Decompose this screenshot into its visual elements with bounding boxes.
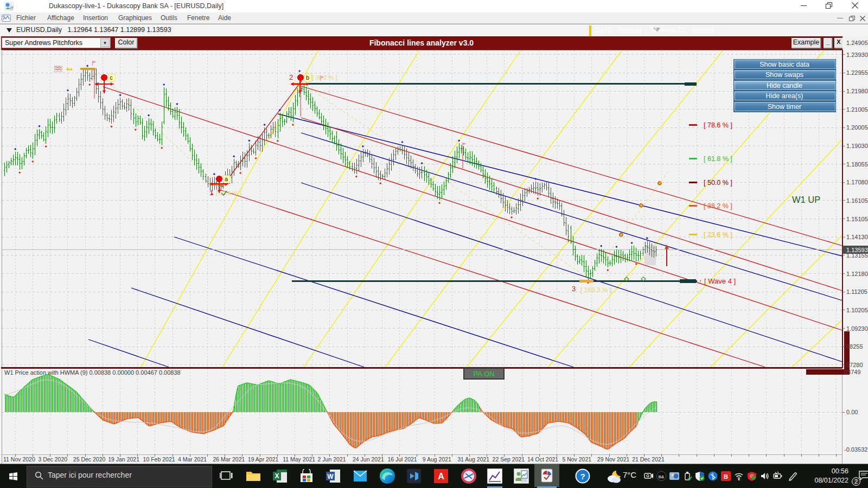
svg-text:PA ON: PA ON <box>474 370 495 378</box>
svg-text:22 Sep 2021: 22 Sep 2021 <box>493 456 525 463</box>
svg-text:1.13593: 1.13593 <box>846 247 868 253</box>
svg-text:1.22955: 1.22955 <box>846 69 868 76</box>
svg-text:1.23930: 1.23930 <box>846 52 868 58</box>
svg-text:X: X <box>275 472 279 480</box>
svg-text:B: B <box>724 473 728 480</box>
svg-text:1.18055: 1.18055 <box>846 161 868 168</box>
svg-text:[ 23.6 % ]: [ 23.6 % ] <box>704 231 732 239</box>
svg-text:[ 61.8 % ]: [ 61.8 % ] <box>216 190 241 196</box>
svg-text:0.00: 0.00 <box>846 409 858 415</box>
svg-text:1.19030: 1.19030 <box>846 143 868 149</box>
svg-text:2: 2 <box>289 73 293 81</box>
svg-text:19 Jan 2021: 19 Jan 2021 <box>108 456 139 463</box>
svg-text:b: b <box>306 74 309 81</box>
svg-text:5 Nov 2021: 5 Nov 2021 <box>562 456 591 463</box>
svg-text:24 Jun 2021: 24 Jun 2021 <box>353 456 384 463</box>
svg-text:1.17080: 1.17080 <box>846 179 868 185</box>
svg-text:25 Dec 2020: 25 Dec 2020 <box>73 456 106 463</box>
svg-text:Show basic data: Show basic data <box>760 61 809 68</box>
svg-text:↑ [ Wave 4 ]: ↑ [ Wave 4 ] <box>699 277 736 285</box>
svg-text:3 Dec 2020: 3 Dec 2020 <box>38 456 67 463</box>
svg-text:[ 169.3 % ]: [ 169.3 % ] <box>580 286 611 294</box>
svg-text:c: c <box>110 74 113 81</box>
svg-text:B&: B& <box>659 474 665 479</box>
svg-text:3: 3 <box>572 285 576 293</box>
svg-text:1.12180: 1.12180 <box>846 271 868 277</box>
svg-text:W1 UP: W1 UP <box>792 195 820 204</box>
svg-text:Show timer: Show timer <box>768 103 802 111</box>
svg-text:1.15105: 1.15105 <box>846 216 868 222</box>
svg-text:2 Jun 2021: 2 Jun 2021 <box>318 456 346 463</box>
svg-text:07280: 07280 <box>846 362 863 368</box>
svg-text:1: 1 <box>209 189 213 197</box>
svg-text:[ 38.2 % ]: [ 38.2 % ] <box>704 202 732 210</box>
svg-text:[ 78.6 % ]: [ 78.6 % ] <box>704 121 732 129</box>
svg-text:4 Mar 2021: 4 Mar 2021 <box>178 456 207 463</box>
svg-text:Hide area(s): Hide area(s) <box>766 92 803 100</box>
svg-text:1.21980: 1.21980 <box>846 88 868 94</box>
svg-text:Show swaps: Show swaps <box>765 71 803 79</box>
svg-text:1.21005: 1.21005 <box>846 106 868 113</box>
svg-text:?: ? <box>580 472 585 481</box>
svg-text:W1 Price action with HWMA (9): W1 Price action with HWMA (9) 0.00838 0.… <box>4 369 181 376</box>
svg-text:a: a <box>225 176 228 182</box>
svg-text:[ 61.8 % ]: [ 61.8 % ] <box>704 155 732 163</box>
svg-text:14 Oct 2021: 14 Oct 2021 <box>527 456 558 463</box>
svg-text:11 May 2021: 11 May 2021 <box>283 456 315 463</box>
svg-text:Hide candle: Hide candle <box>767 82 802 89</box>
svg-text:1.09230: 1.09230 <box>846 325 868 332</box>
svg-text:9 Aug 2021: 9 Aug 2021 <box>423 456 451 463</box>
svg-text:[ 50.0 % ]: [ 50.0 % ] <box>704 179 732 187</box>
svg-text:-0.03532: -0.03532 <box>844 446 867 453</box>
svg-text:29 Nov 2021: 29 Nov 2021 <box>597 456 630 463</box>
svg-text:W: W <box>327 473 334 480</box>
svg-text:1.20005: 1.20005 <box>846 124 868 131</box>
svg-text:1.11205: 1.11205 <box>846 288 867 295</box>
svg-text:1.14130: 1.14130 <box>846 234 868 240</box>
svg-text:08255: 08255 <box>846 343 863 350</box>
svg-text:03749: 03749 <box>844 369 861 375</box>
svg-text:16 Jul 2021: 16 Jul 2021 <box>387 456 417 463</box>
svg-text:31 Aug 2021: 31 Aug 2021 <box>457 456 489 463</box>
svg-text:26 Mar 2021: 26 Mar 2021 <box>213 456 245 463</box>
svg-text:10 Feb 2021: 10 Feb 2021 <box>143 456 175 463</box>
svg-text:19 Apr 2021: 19 Apr 2021 <box>248 456 279 463</box>
svg-text:1.10205: 1.10205 <box>846 307 868 313</box>
svg-text:[ 38.2 % ]: [ 38.2 % ] <box>312 74 337 81</box>
svg-text:1.16105: 1.16105 <box>846 197 868 204</box>
svg-text:11 Nov 2020: 11 Nov 2020 <box>3 456 35 463</box>
svg-text:21 Dec 2021: 21 Dec 2021 <box>632 456 665 463</box>
svg-text:A: A <box>438 472 444 481</box>
